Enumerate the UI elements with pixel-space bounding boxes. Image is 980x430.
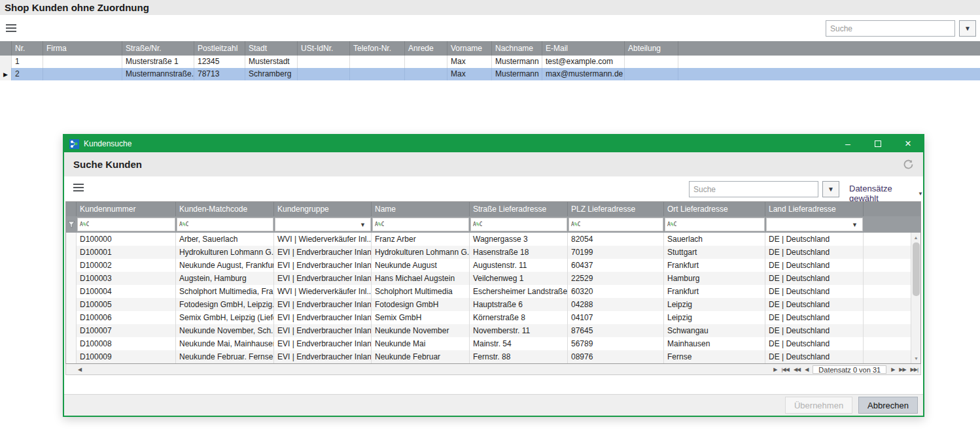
refresh-button[interactable]: [903, 159, 914, 170]
filter-select-land[interactable]: [769, 219, 849, 230]
cell-kundengruppe[interactable]: WVI | Wiederverkäufer Inl...: [274, 233, 372, 246]
cell-stadt[interactable]: Musterstadt: [245, 56, 298, 68]
cell-land-lieferadresse[interactable]: DE | Deutschland: [765, 272, 864, 285]
cell-abteilung[interactable]: [625, 56, 678, 68]
column-header[interactable]: Kundennummer: [77, 202, 176, 216]
cell-kundennummer[interactable]: D100006: [77, 311, 176, 324]
cell-ustid[interactable]: [298, 68, 350, 80]
column-header[interactable]: Kunden-Matchcode: [176, 202, 274, 216]
vertical-scrollbar[interactable]: ▲ ▼: [911, 233, 920, 363]
cell-ort-lieferadresse[interactable]: Schwangau: [664, 324, 765, 337]
cell-abteilung[interactable]: [625, 68, 678, 80]
filter-input-ort[interactable]: [676, 219, 762, 230]
cell-name[interactable]: Neukunde November: [372, 324, 470, 337]
cell-name[interactable]: Hans Michael Augstein: [372, 272, 470, 285]
cell-strasse-lieferadresse[interactable]: Veilchenweg 1: [470, 272, 568, 285]
cell-land-lieferadresse[interactable]: DE | Deutschland: [765, 298, 864, 311]
cell-matchcode[interactable]: Augstein, Hamburg: [176, 272, 274, 285]
column-header[interactable]: Name: [372, 202, 470, 216]
cell-plz-lieferadresse[interactable]: 60437: [568, 259, 664, 272]
table-row[interactable]: 2 Mustermannstraße... 78713 Schramberg M…: [0, 68, 980, 80]
filter-input-strasse[interactable]: [482, 219, 565, 230]
search-input[interactable]: [826, 20, 955, 37]
scroll-down-icon[interactable]: ▼: [911, 354, 921, 363]
column-header[interactable]: Firma: [43, 41, 122, 56]
cell-anrede[interactable]: [405, 56, 447, 68]
cell-plz-lieferadresse[interactable]: 87645: [568, 324, 664, 337]
cell-stadt[interactable]: Schramberg: [245, 68, 298, 80]
cell-ort-lieferadresse[interactable]: Leipzig: [664, 311, 765, 324]
scroll-up-icon[interactable]: ▲: [911, 233, 920, 242]
column-header[interactable]: Telefon-Nr.: [350, 41, 405, 56]
cell-kundengruppe[interactable]: EVI | Endverbraucher Inland: [274, 272, 372, 285]
cell-strasse-lieferadresse[interactable]: Novemberstr. 11: [470, 324, 568, 337]
cell-plz-lieferadresse[interactable]: 08976: [568, 350, 664, 363]
cell-kundennummer[interactable]: D100008: [77, 337, 176, 350]
cell-land-lieferadresse[interactable]: DE | Deutschland: [765, 324, 864, 337]
scroll-right-icon[interactable]: ▶: [773, 367, 777, 372]
customer-row[interactable]: D100009 Neukunde Februar. Fernse EVI | E…: [66, 350, 920, 363]
cell-kundengruppe[interactable]: EVI | Endverbraucher Inland: [274, 337, 372, 350]
cell-matchcode[interactable]: Scholphort Multimedia, Fra...: [176, 285, 274, 298]
customer-row[interactable]: D100005 Fotodesign GmbH, Leipzig... EVI …: [66, 298, 920, 311]
cell-strasse[interactable]: Musterstraße 1: [122, 56, 194, 68]
cell-plz[interactable]: 78713: [194, 68, 245, 80]
cell-strasse-lieferadresse[interactable]: Hauptstraße 6: [470, 298, 568, 311]
column-header[interactable]: Land Lieferadresse: [765, 202, 864, 216]
cell-kundengruppe[interactable]: EVI | Endverbraucher Inland: [274, 324, 372, 337]
maximize-button[interactable]: [868, 135, 888, 152]
cell-email[interactable]: test@example.com: [542, 56, 625, 68]
dialog-search-input[interactable]: [689, 181, 818, 197]
cell-name[interactable]: Hydrokulturen Lohmann G...: [372, 246, 470, 259]
search-filter-dropdown-button[interactable]: ▼: [959, 20, 976, 37]
cell-matchcode[interactable]: Arber, Sauerlach: [176, 233, 274, 246]
cell-kundengruppe[interactable]: EVI | Endverbraucher Inland: [274, 259, 372, 272]
minimize-button[interactable]: –: [838, 135, 858, 152]
cell-land-lieferadresse[interactable]: DE | Deutschland: [765, 311, 864, 324]
customer-row[interactable]: D100001 Hydrokulturen Lohmann G... EVI |…: [66, 246, 920, 259]
customer-row[interactable]: D100003 Augstein, Hamburg EVI | Endverbr…: [66, 272, 920, 285]
cell-kundennummer[interactable]: D100004: [77, 285, 176, 298]
cell-kundennummer[interactable]: D100003: [77, 272, 176, 285]
nav-last-icon[interactable]: ▶▶|: [911, 367, 918, 372]
filter-input-kundennummer[interactable]: [89, 219, 173, 230]
cell-strasse-lieferadresse[interactable]: Wagnergasse 3: [470, 233, 568, 246]
cell-plz-lieferadresse[interactable]: 22529: [568, 272, 664, 285]
customer-row[interactable]: D100000 Arber, Sauerlach WVI | Wiederver…: [66, 233, 920, 246]
apply-button[interactable]: Übernehmen: [785, 397, 852, 414]
column-header[interactable]: PLZ Lieferadresse: [568, 202, 664, 216]
column-header[interactable]: Stadt: [245, 41, 298, 56]
cell-plz[interactable]: 12345: [194, 56, 245, 68]
cell-nr[interactable]: 2: [12, 68, 43, 80]
dialog-titlebar[interactable]: Kundensuche – ×: [64, 135, 923, 152]
nav-first-icon[interactable]: |◀◀: [781, 367, 788, 372]
cell-matchcode[interactable]: Neukunde Februar. Fernse: [176, 350, 274, 363]
cell-plz-lieferadresse[interactable]: 56789: [568, 337, 664, 350]
cell-kundennummer[interactable]: D100007: [77, 324, 176, 337]
cell-land-lieferadresse[interactable]: DE | Deutschland: [765, 350, 864, 363]
column-header[interactable]: E-Mail: [542, 41, 625, 56]
cell-name[interactable]: Fotodesign GmbH: [372, 298, 470, 311]
cell-ort-lieferadresse[interactable]: Hamburg: [664, 272, 765, 285]
cell-kundennummer[interactable]: D100009: [77, 350, 176, 363]
column-header[interactable]: USt-IdNr.: [298, 41, 350, 56]
cell-plz-lieferadresse[interactable]: 70199: [568, 246, 664, 259]
customer-row[interactable]: D100008 Neukunde Mai, Mainhausen EVI | E…: [66, 337, 920, 350]
cell-name[interactable]: Neukunde August: [372, 259, 470, 272]
cell-land-lieferadresse[interactable]: DE | Deutschland: [765, 233, 864, 246]
cell-name[interactable]: Franz Arber: [372, 233, 470, 246]
cell-name[interactable]: Scholphort Multimedia: [372, 285, 470, 298]
cell-ort-lieferadresse[interactable]: Mainhausen: [664, 337, 765, 350]
nav-next-icon[interactable]: ▶: [891, 367, 894, 372]
cell-telefon[interactable]: [350, 56, 405, 68]
cell-vorname[interactable]: Max: [447, 68, 492, 80]
cell-matchcode[interactable]: Hydrokulturen Lohmann G...: [176, 246, 274, 259]
cell-matchcode[interactable]: Fotodesign GmbH, Leipzig...: [176, 298, 274, 311]
cell-name[interactable]: Neukunde Februar: [372, 350, 470, 363]
column-header[interactable]: Nachname: [492, 41, 542, 56]
cell-strasse-lieferadresse[interactable]: Augustenstr. 11: [470, 259, 568, 272]
column-header[interactable]: Postleitzahl: [194, 41, 245, 56]
cell-kundengruppe[interactable]: WVI | Wiederverkäufer Inl...: [274, 285, 372, 298]
cancel-button[interactable]: Abbrechen: [858, 397, 918, 414]
cell-plz-lieferadresse[interactable]: 60320: [568, 285, 664, 298]
